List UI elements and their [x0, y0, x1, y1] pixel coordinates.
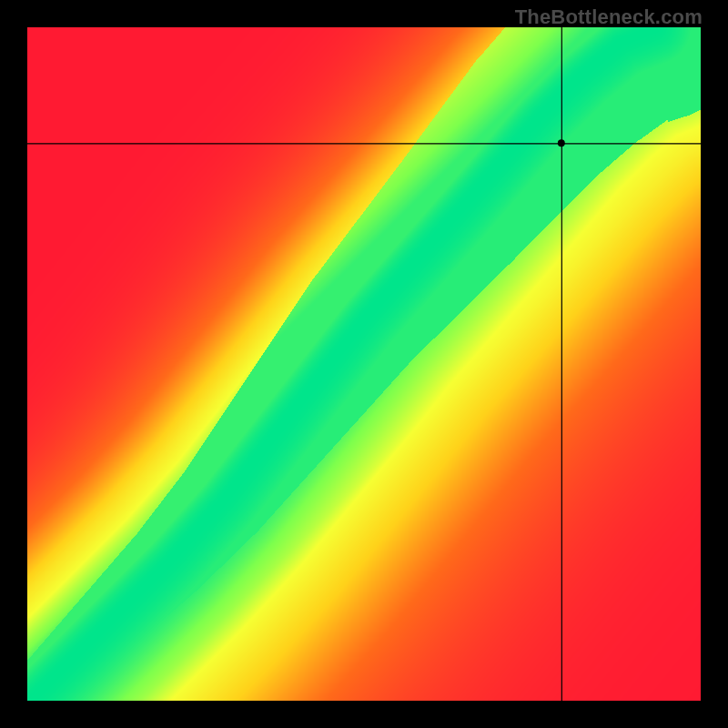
heatmap-plot [27, 27, 701, 701]
heatmap-canvas [27, 27, 701, 701]
watermark-text: TheBottleneck.com [515, 5, 703, 29]
stage: TheBottleneck.com [0, 0, 728, 728]
